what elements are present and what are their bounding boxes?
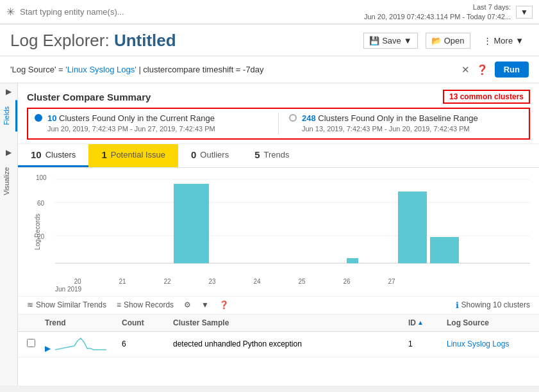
show-records-icon: ≡: [117, 300, 121, 309]
show-records-button[interactable]: ≡ Show Records: [117, 300, 174, 309]
settings-dropdown-icon: ▼: [201, 300, 209, 309]
y-tick-20: 20: [37, 233, 44, 240]
gear-icon: ⚙: [184, 300, 191, 309]
current-range-dot: [35, 114, 42, 122]
open-icon: 📂: [431, 36, 442, 45]
query-bar: 'Log Source' = 'Linux Syslog Logs' | clu…: [0, 56, 539, 83]
date-range-display: Last 7 days: Jun 20, 2019 07:42:43.114 P…: [364, 3, 511, 21]
y-tick-60: 60: [37, 200, 44, 207]
y-axis-label: Log Records: [34, 213, 41, 250]
cluster-ranges: 10 Clusters Found Only in the Current Ra…: [27, 108, 530, 140]
svg-rect-4: [174, 184, 209, 263]
showing-text: Showing 10 clusters: [461, 300, 530, 309]
table-row: ▶ 6 detected unhandled Python exception …: [18, 332, 539, 357]
baseline-range-date: Jun 13, 2019, 7:42:43 PM - Jun 20, 2019,…: [302, 124, 478, 134]
chart-grid: [55, 174, 530, 264]
cluster-summary: Cluster Compare Summary 13 common cluste…: [18, 83, 539, 144]
top-bar: ✳ Last 7 days: Jun 20, 2019 07:42:43.114…: [0, 0, 539, 24]
open-button[interactable]: 📂 Open: [426, 33, 470, 49]
bottom-toolbar: ≋ Show Similar Trends ≡ Show Records ⚙ ▼…: [18, 296, 539, 314]
col-trend-header: Trend: [45, 318, 122, 327]
side-panel-expand-top[interactable]: ▶: [3, 83, 14, 100]
col-source-header: Log Source: [447, 318, 530, 327]
more-button[interactable]: ⋮ More ▼: [478, 33, 529, 48]
date-range-dropdown[interactable]: ▼: [516, 6, 533, 19]
tabs-row: 10 Clusters 1 Potential Issue 0 Outliers…: [18, 144, 539, 168]
col-count-header: Count: [122, 318, 173, 327]
asterisk-icon[interactable]: ✳: [6, 6, 15, 18]
svg-rect-6: [398, 192, 427, 263]
side-panel: ▶ Fields ▶ Visualize: [0, 83, 18, 386]
common-clusters-badge: 13 common clusters: [443, 90, 530, 104]
row-trend-cell: ▶: [45, 336, 122, 353]
row-checkbox[interactable]: [27, 339, 45, 349]
query-actions: ✕ ❓ Run: [461, 61, 529, 78]
save-dropdown-icon: ▼: [404, 36, 412, 45]
row-source-cell: Linux Syslog Logs: [447, 339, 530, 348]
save-button[interactable]: 💾 Save ▼: [363, 33, 418, 49]
side-panel-expand-middle[interactable]: ▶: [3, 144, 14, 161]
row-checkbox-input[interactable]: [27, 339, 35, 347]
current-range-count: 10: [47, 113, 56, 123]
current-range: 10 Clusters Found Only in the Current Ra…: [35, 113, 268, 135]
svg-rect-5: [347, 258, 358, 263]
settings-button[interactable]: ⚙: [184, 300, 191, 309]
save-icon: 💾: [369, 36, 379, 45]
header-actions: 💾 Save ▼ 📂 Open ⋮ More ▼: [363, 33, 529, 49]
baseline-range-count: 248: [302, 113, 316, 123]
row-count-cell: 6: [122, 339, 173, 348]
run-button[interactable]: Run: [495, 61, 529, 78]
more-icon: ⋮: [483, 36, 492, 45]
similar-trends-icon: ≋: [27, 300, 33, 309]
show-similar-trends-button[interactable]: ≋ Show Similar Trends: [27, 300, 106, 309]
row-sample-cell: detected unhandled Python exception: [173, 339, 408, 348]
tab-outliers[interactable]: 0 Outliers: [178, 144, 242, 167]
sort-asc-icon[interactable]: ▲: [417, 319, 424, 326]
col-sample-header: Cluster Sample: [173, 318, 408, 327]
table-header: Trend Count Cluster Sample ID ▲ Log Sour…: [18, 314, 539, 332]
showing-count-area: ℹ Showing 10 clusters: [456, 300, 530, 310]
query-help-button[interactable]: ❓: [476, 64, 488, 76]
tab-trends[interactable]: 5 Trends: [242, 144, 302, 167]
info-icon: ℹ: [456, 300, 459, 310]
entity-search-input[interactable]: [20, 7, 359, 17]
source-link[interactable]: Linux Syslog Logs: [447, 339, 509, 348]
chart-area: Log Records 100 60 20: [18, 168, 539, 296]
content-area: Cluster Compare Summary 13 common cluste…: [18, 83, 539, 386]
sparkline-chart: [55, 336, 106, 351]
row-id-cell: 1: [408, 339, 447, 348]
main-content: ▶ Fields ▶ Visualize Cluster Compare Sum…: [0, 83, 539, 386]
baseline-range: 248 Clusters Found Only in the Baseline …: [289, 113, 522, 135]
row-expand-icon[interactable]: ▶: [45, 344, 51, 353]
col-id-header: ID ▲: [408, 318, 447, 327]
current-range-date: Jun 20, 2019, 7:42:43 PM - Jun 27, 2019,…: [47, 124, 215, 134]
tab-clusters[interactable]: 10 Clusters: [18, 144, 88, 167]
cluster-summary-title: Cluster Compare Summary: [27, 92, 151, 102]
settings-dropdown-button[interactable]: ▼: [201, 300, 209, 309]
svg-rect-7: [430, 237, 459, 263]
x-axis-labels: 20 21 22 23 24 25 26 27: [55, 278, 530, 285]
y-tick-100: 100: [36, 174, 47, 181]
sidebar-item-visualize[interactable]: Visualize: [0, 161, 17, 202]
tab-potential-issue[interactable]: 1 Potential Issue: [88, 144, 178, 167]
query-clear-button[interactable]: ✕: [461, 64, 470, 76]
help-icon: ❓: [219, 300, 229, 309]
query-display: 'Log Source' = 'Linux Syslog Logs' | clu…: [10, 65, 264, 74]
page-title: Log Explorer: Untitled: [10, 31, 176, 51]
more-dropdown-icon: ▼: [515, 36, 524, 45]
sidebar-item-fields[interactable]: Fields: [0, 100, 17, 131]
baseline-range-label: Clusters Found Only in the Baseline Rang…: [318, 113, 477, 123]
current-range-label: Clusters Found Only in the Current Range: [59, 113, 215, 123]
x-sub-label: Jun 2019: [55, 286, 81, 293]
range-divider: [278, 113, 279, 135]
header-row: Log Explorer: Untitled 💾 Save ▼ 📂 Open ⋮…: [0, 24, 539, 56]
help-button[interactable]: ❓: [219, 300, 229, 309]
baseline-range-dot: [289, 114, 297, 122]
